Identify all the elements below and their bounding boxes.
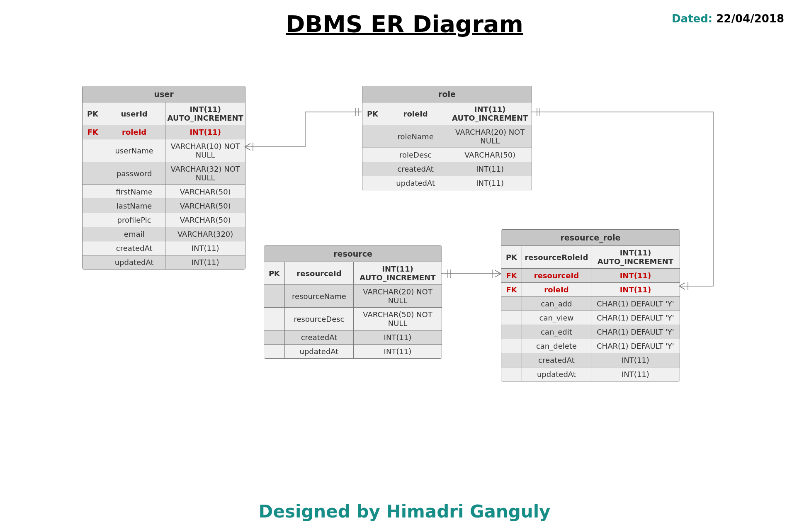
key-cell <box>83 255 103 269</box>
table-row: PKresourceIdINT(11) AUTO_INCREMENT <box>264 262 442 285</box>
key-cell <box>362 176 383 190</box>
key-cell <box>501 311 522 325</box>
key-cell <box>83 162 103 185</box>
key-cell <box>83 241 103 255</box>
table-row: createdAtINT(11) <box>362 162 532 176</box>
column-type-cell: CHAR(1) DEFAULT 'Y' <box>591 339 680 353</box>
key-cell <box>264 330 285 344</box>
entity-header: resource_role <box>501 230 680 246</box>
table-row: profilePicVARCHAR(50) <box>83 213 245 227</box>
key-cell <box>362 162 383 176</box>
table-row: updatedAtINT(11) <box>264 345 442 358</box>
table-row: PKresourceRoleIdINT(11) AUTO_INCREMENT <box>501 246 680 269</box>
dated-block: Dated: 22/04/2018 <box>672 12 784 25</box>
table-row: emailVARCHAR(320) <box>83 227 245 241</box>
column-type-cell: INT(11) <box>591 269 680 282</box>
table-row: resourceDescVARCHAR(50) NOT NULL <box>264 308 442 330</box>
table-row: can_addCHAR(1) DEFAULT 'Y' <box>501 297 680 311</box>
table-row: firstNameVARCHAR(50) <box>83 185 245 199</box>
column-type-cell: INT(11) AUTO_INCREMENT <box>591 246 680 268</box>
column-name-cell: email <box>103 227 165 241</box>
column-name-cell: roleDesc <box>383 148 448 162</box>
entity-role: rolePKroleIdINT(11) AUTO_INCREMENTroleNa… <box>362 86 532 190</box>
table-row: can_deleteCHAR(1) DEFAULT 'Y' <box>501 339 680 353</box>
column-name-cell: createdAt <box>383 162 448 176</box>
column-type-cell: VARCHAR(50) NOT NULL <box>354 308 442 330</box>
table-row: FKresourceIdINT(11) <box>501 269 680 283</box>
key-cell: PK <box>264 262 285 284</box>
column-type-cell: VARCHAR(32) NOT NULL <box>165 162 245 185</box>
table-row: passwordVARCHAR(32) NOT NULL <box>83 162 245 185</box>
column-name-cell: can_edit <box>522 325 591 339</box>
column-type-cell: INT(11) <box>448 176 532 190</box>
column-name-cell: updatedAt <box>285 345 354 358</box>
entity-header: resource <box>264 246 442 262</box>
key-cell <box>83 139 103 162</box>
column-type-cell: INT(11) <box>354 330 442 344</box>
key-cell <box>501 339 522 353</box>
column-type-cell: INT(11) AUTO_INCREMENT <box>165 102 245 125</box>
table-row: userNameVARCHAR(10) NOT NULL <box>83 139 245 162</box>
column-name-cell: profilePic <box>103 213 165 227</box>
column-name-cell: userName <box>103 139 165 162</box>
entity-resource: resourcePKresourceIdINT(11) AUTO_INCREME… <box>264 245 442 359</box>
column-type-cell: CHAR(1) DEFAULT 'Y' <box>591 311 680 325</box>
key-cell <box>264 308 285 330</box>
column-name-cell: firstName <box>103 185 165 199</box>
column-name-cell: resourceId <box>522 269 591 282</box>
column-type-cell: VARCHAR(20) NOT NULL <box>448 125 532 148</box>
column-name-cell: resourceName <box>285 285 354 307</box>
entity-resource-role: resource_rolePKresourceRoleIdINT(11) AUT… <box>501 229 680 381</box>
column-type-cell: VARCHAR(10) NOT NULL <box>165 139 245 162</box>
table-row: updatedAtINT(11) <box>362 176 532 190</box>
key-cell <box>83 227 103 241</box>
column-name-cell: updatedAt <box>522 367 591 381</box>
key-cell: PK <box>362 102 383 125</box>
column-type-cell: INT(11) <box>448 162 532 176</box>
key-cell <box>362 125 383 148</box>
rel-user-role <box>245 108 362 151</box>
key-cell: FK <box>501 269 522 282</box>
column-type-cell: VARCHAR(50) <box>448 148 532 162</box>
column-type-cell: INT(11) <box>165 241 245 255</box>
table-row: PKuserIdINT(11) AUTO_INCREMENT <box>83 102 245 125</box>
key-cell <box>83 213 103 227</box>
column-name-cell: createdAt <box>285 330 354 344</box>
key-cell <box>83 185 103 199</box>
footer-credit: Designed by Himadri Ganguly <box>0 501 809 522</box>
rel-resource-resourcerole <box>441 270 501 278</box>
table-row: roleNameVARCHAR(20) NOT NULL <box>362 125 532 148</box>
column-type-cell: VARCHAR(50) <box>165 185 245 199</box>
column-type-cell: INT(11) <box>591 283 680 296</box>
key-cell <box>362 148 383 162</box>
table-row: updatedAtINT(11) <box>501 367 680 381</box>
entity-header: user <box>83 86 245 102</box>
key-cell: FK <box>83 125 103 139</box>
key-cell <box>264 285 285 307</box>
table-row: roleDescVARCHAR(50) <box>362 148 532 162</box>
column-type-cell: INT(11) <box>591 353 680 367</box>
key-cell <box>501 297 522 311</box>
column-type-cell: CHAR(1) DEFAULT 'Y' <box>591 325 680 339</box>
column-type-cell: INT(11) <box>591 367 680 381</box>
column-name-cell: resourceRoleId <box>522 246 591 268</box>
column-name-cell: createdAt <box>103 241 165 255</box>
column-name-cell: resourceDesc <box>285 308 354 330</box>
dated-value: 22/04/2018 <box>716 12 784 25</box>
column-type-cell: INT(11) <box>165 255 245 269</box>
table-row: can_editCHAR(1) DEFAULT 'Y' <box>501 325 680 339</box>
column-type-cell: VARCHAR(20) NOT NULL <box>354 285 442 307</box>
table-row: createdAtINT(11) <box>264 330 442 345</box>
column-type-cell: INT(11) AUTO_INCREMENT <box>354 262 442 284</box>
key-cell <box>501 367 522 381</box>
column-name-cell: can_view <box>522 311 591 325</box>
column-name-cell: resourceId <box>285 262 354 284</box>
key-cell <box>83 199 103 213</box>
key-cell <box>501 353 522 367</box>
key-cell <box>501 325 522 339</box>
column-name-cell: roleName <box>383 125 448 148</box>
column-name-cell: can_add <box>522 297 591 311</box>
column-name-cell: password <box>103 162 165 185</box>
column-type-cell: INT(11) AUTO_INCREMENT <box>448 102 532 125</box>
table-row: updatedAtINT(11) <box>83 255 245 269</box>
